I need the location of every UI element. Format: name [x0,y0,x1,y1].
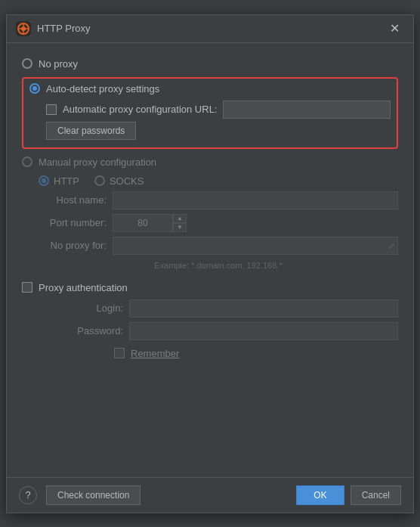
title-bar-left: HTTP Proxy [16,21,91,36]
spinner-buttons: ▲ ▼ [173,214,187,232]
auto-config-url-row: Automatic proxy configuration URL: [46,101,391,119]
proxy-auth-label[interactable]: Proxy authentication [39,282,128,293]
expand-icon[interactable]: ⤢ [388,240,395,250]
port-increment-button[interactable]: ▲ [173,214,187,223]
example-text: Example: *.domain.com, 192.168.* [39,261,398,270]
login-password-section: Login: Password: Remember [39,299,398,359]
manual-proxy-label[interactable]: Manual proxy configuration [39,157,156,168]
proxy-auth-checkbox[interactable] [22,282,32,293]
no-proxy-input-container: ⤢ [113,237,398,255]
http-protocol: HTTP [39,175,79,187]
host-name-row: Host name: [39,191,398,209]
help-button[interactable]: ? [19,486,37,504]
dialog-title: HTTP Proxy [37,23,91,34]
ok-button[interactable]: OK [296,485,344,505]
no-proxy-for-label: No proxy for: [39,240,107,251]
password-label: Password: [55,325,123,336]
check-connection-button[interactable]: Check connection [46,485,141,505]
manual-proxy-radio[interactable] [22,157,32,167]
cancel-button[interactable]: Cancel [351,485,401,505]
http-label[interactable]: HTTP [54,175,79,187]
no-proxy-for-row: No proxy for: ⤢ [39,237,398,255]
port-number-row: Port number: ▲ ▼ [39,214,398,232]
no-proxy-radio[interactable] [22,58,32,69]
http-proxy-dialog: HTTP Proxy ✕ No proxy Auto-detect proxy … [6,14,414,513]
password-input[interactable] [129,322,398,340]
password-row: Password: [55,322,398,340]
no-proxy-row: No proxy [22,55,398,73]
footer-left: ? Check connection [19,485,141,505]
port-number-input[interactable] [113,214,173,232]
title-bar: HTTP Proxy ✕ [7,15,413,43]
auto-detect-label[interactable]: Auto-detect proxy settings [46,83,159,95]
http-protocol-radio[interactable] [39,175,49,186]
login-row: Login: [55,299,398,318]
dialog-content: No proxy Auto-detect proxy settings Auto… [7,43,413,477]
host-name-input[interactable] [113,191,398,209]
socks-protocol: SOCKS [94,175,144,187]
footer: ? Check connection OK Cancel [7,477,413,513]
clear-passwords-container: Clear passwords [29,119,391,143]
clear-passwords-button[interactable]: Clear passwords [46,122,136,140]
auto-detect-radio-row: Auto-detect proxy settings [29,83,391,95]
socks-protocol-radio[interactable] [94,175,105,186]
host-name-label: Host name: [39,194,107,206]
remember-checkbox[interactable] [114,348,125,358]
login-label: Login: [55,302,123,314]
port-spinner: ▲ ▼ [113,214,187,232]
port-decrement-button[interactable]: ▼ [173,223,187,232]
close-button[interactable]: ✕ [385,21,404,36]
port-number-label: Port number: [39,217,107,228]
socks-label[interactable]: SOCKS [110,175,144,187]
auto-detect-section: Auto-detect proxy settings Automatic pro… [22,77,398,149]
login-input[interactable] [129,299,398,318]
manual-proxy-section: Manual proxy configuration HTTP SOCKS Ho… [22,153,398,270]
footer-right: OK Cancel [296,485,401,505]
remember-label[interactable]: Remember [131,348,179,359]
no-proxy-label[interactable]: No proxy [39,58,78,70]
proxy-auth-section: Proxy authentication Login: Password: [22,279,398,359]
no-proxy-for-input[interactable] [113,237,398,255]
auto-config-checkbox[interactable] [46,104,57,115]
proxy-auth-checkbox-row: Proxy authentication [22,279,398,296]
protocol-row: HTTP SOCKS [39,175,398,187]
remember-row: Remember [114,348,398,359]
auto-config-url-input[interactable] [223,101,391,119]
auto-detect-radio[interactable] [29,83,40,94]
app-icon [16,21,31,36]
auto-config-url-label[interactable]: Automatic proxy configuration URL: [63,104,217,115]
manual-proxy-radio-row: Manual proxy configuration [22,153,398,171]
